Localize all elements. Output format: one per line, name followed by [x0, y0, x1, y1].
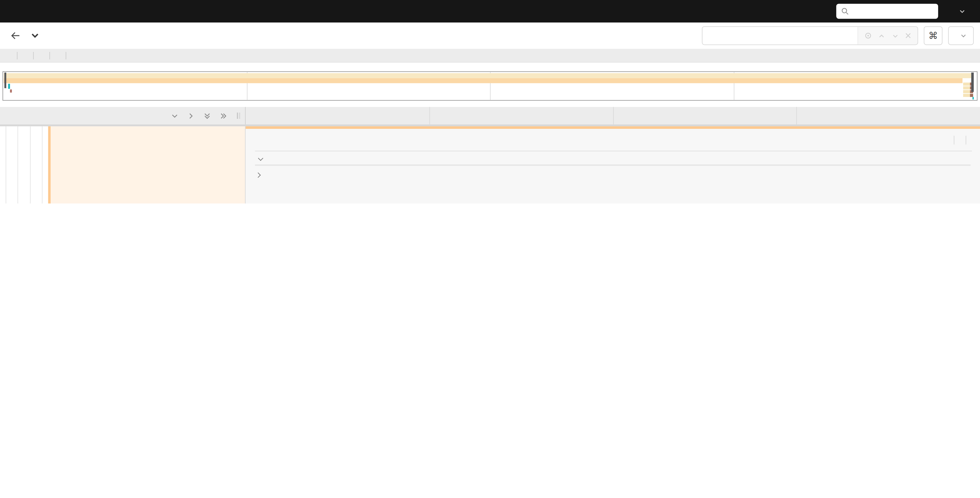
chevron-down-icon: [959, 8, 965, 14]
collapse-one-icon[interactable]: [171, 112, 179, 120]
viewport-left-handle[interactable]: [4, 73, 6, 88]
trace-title-collapse-toggle[interactable]: [31, 31, 39, 40]
chevron-down-icon: [961, 33, 966, 38]
jaeger-trace-page: ⌘: [0, 0, 980, 203]
span-color-bar: [48, 126, 51, 203]
find-addon: [858, 27, 918, 45]
span-detail-left-gutter: [0, 126, 245, 203]
keyboard-shortcuts-button[interactable]: ⌘: [924, 26, 942, 45]
minimap-span-mark: [8, 84, 10, 89]
back-button[interactable]: [10, 31, 21, 41]
find-input[interactable]: [703, 27, 858, 45]
expand-one-icon[interactable]: [187, 112, 195, 120]
tags-section-toggle[interactable]: [256, 158, 972, 160]
minimap-span-mark: [10, 89, 12, 93]
minimap-span-bar: [4, 73, 971, 78]
trace-id-lookup-box[interactable]: [836, 4, 938, 19]
span-detail-row: [0, 126, 980, 203]
service-operation-header: [0, 107, 245, 124]
prev-match-icon[interactable]: [878, 32, 885, 39]
top-navbar: [0, 0, 980, 22]
trace-summary-bar: [0, 49, 980, 63]
focus-match-icon[interactable]: [864, 32, 872, 39]
column-resizer-grip[interactable]: [237, 112, 240, 119]
find-group: [702, 26, 918, 45]
search-icon: [841, 7, 849, 15]
collapse-all-icon[interactable]: [203, 112, 211, 120]
trace-minimap[interactable]: [3, 71, 977, 101]
minimap-tick-labels: [0, 63, 980, 71]
span-detail-highlight: [51, 126, 245, 203]
minimap-span-mark: [973, 97, 974, 99]
span-detail-stats: [948, 136, 972, 144]
timeline-header-ticks[interactable]: [245, 107, 980, 124]
trace-controls: ⌘: [702, 26, 974, 45]
clear-find-icon[interactable]: [905, 32, 911, 38]
span-detail-panel: [245, 126, 980, 203]
about-jaeger-menu[interactable]: [956, 8, 965, 14]
next-match-icon[interactable]: [892, 32, 899, 39]
trace-title-bar: ⌘: [0, 22, 980, 49]
trace-id-lookup-input[interactable]: [853, 7, 933, 16]
chevron-right-icon: [256, 172, 261, 178]
process-section-toggle[interactable]: [255, 173, 972, 177]
minimap-span-bar: [4, 78, 963, 83]
viewport-right-handle[interactable]: [971, 73, 974, 92]
expand-all-icon[interactable]: [220, 112, 228, 120]
trace-view-selector-button[interactable]: [948, 26, 974, 45]
navbar-right: [836, 4, 980, 19]
timeline-grid-header: [0, 107, 980, 126]
tags-table: [255, 164, 970, 166]
chevron-down-icon: [256, 158, 265, 160]
